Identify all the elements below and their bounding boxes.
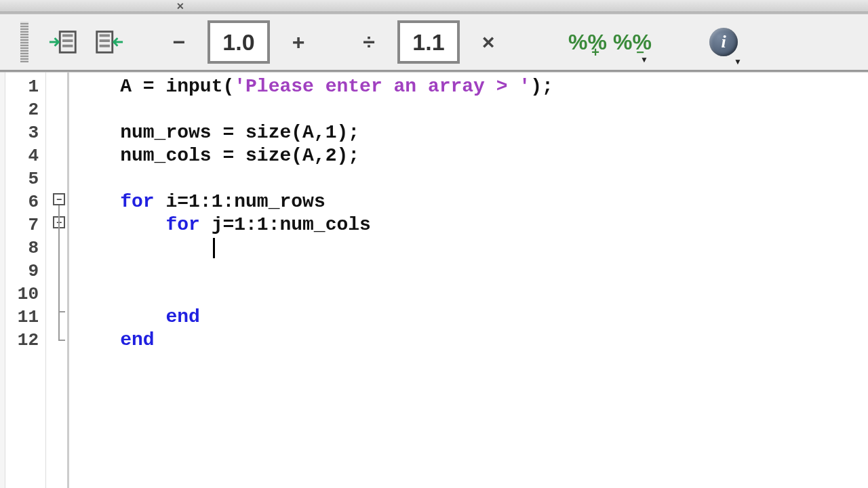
breakpoint-gutter[interactable] — [0, 73, 5, 488]
line-number: 3 — [5, 121, 45, 144]
divide-button[interactable]: ÷ — [353, 26, 385, 58]
code-line[interactable]: num_cols = size(A,2); — [75, 144, 868, 167]
step-value-input[interactable] — [397, 20, 460, 64]
close-icon[interactable]: ✕ — [176, 1, 184, 12]
info-button[interactable]: i ▼ — [709, 28, 738, 56]
code-line[interactable]: end — [75, 306, 868, 329]
code-line[interactable]: for j=1:1:num_cols — [75, 214, 868, 237]
svg-rect-3 — [62, 45, 73, 47]
info-icon: i — [721, 32, 726, 52]
indent-out-button[interactable] — [92, 26, 125, 58]
code-line[interactable]: A = input('Please enter an array > '); — [75, 75, 868, 98]
comment-remove-button[interactable]: %%−▼ — [613, 30, 646, 55]
code-line[interactable] — [75, 260, 868, 283]
toolbar-drag-handle[interactable] — [20, 22, 28, 62]
svg-rect-7 — [100, 45, 110, 47]
line-number: 7 — [5, 214, 45, 237]
code-line[interactable]: for i=1:1:num_rows — [75, 190, 868, 214]
text-cursor — [213, 238, 215, 258]
line-number: 12 — [5, 329, 45, 352]
indent-value-input[interactable] — [208, 20, 270, 64]
line-number: 4 — [5, 144, 45, 167]
svg-rect-1 — [62, 35, 73, 37]
line-number: 6 — [5, 190, 45, 214]
line-number: 10 — [5, 283, 45, 306]
svg-rect-2 — [62, 39, 73, 42]
code-line[interactable] — [75, 167, 868, 190]
editor: 1 2 3 4 5 6 7 8 9 10 11 12 − − A = input… — [0, 72, 868, 488]
code-line[interactable]: end — [75, 329, 868, 352]
times-button[interactable]: × — [472, 26, 505, 58]
line-number-gutter: 1 2 3 4 5 6 7 8 9 10 11 12 — [5, 73, 46, 488]
fold-guide — [58, 205, 60, 341]
code-line[interactable] — [75, 98, 868, 121]
fold-gutter: − − — [46, 73, 69, 488]
line-number: 5 — [5, 167, 45, 190]
line-number: 9 — [5, 260, 45, 283]
line-number: 2 — [5, 98, 45, 121]
code-line[interactable] — [75, 283, 868, 306]
indent-in-icon — [48, 26, 79, 58]
title-bar: ✕ — [0, 0, 868, 12]
fold-guide-end — [58, 340, 65, 341]
svg-rect-5 — [100, 35, 110, 37]
indent-out-icon — [93, 26, 124, 58]
line-number: 1 — [5, 75, 45, 98]
code-line[interactable] — [75, 237, 868, 260]
minus-button[interactable]: − — [163, 26, 195, 58]
line-number: 8 — [5, 237, 45, 260]
plus-button[interactable]: + — [282, 26, 315, 58]
code-line[interactable]: num_rows = size(A,1); — [75, 121, 868, 144]
fold-guide-end — [58, 311, 65, 312]
comment-add-button[interactable]: %%+ — [568, 30, 601, 55]
indent-in-button[interactable] — [47, 26, 80, 58]
code-area[interactable]: A = input('Please enter an array > '); n… — [69, 73, 868, 488]
fold-toggle[interactable]: − — [53, 193, 65, 205]
line-number: 11 — [5, 306, 45, 329]
svg-rect-6 — [100, 39, 110, 42]
toolbar: − + ÷ × %%+ %%−▼ i ▼ — [0, 12, 868, 72]
